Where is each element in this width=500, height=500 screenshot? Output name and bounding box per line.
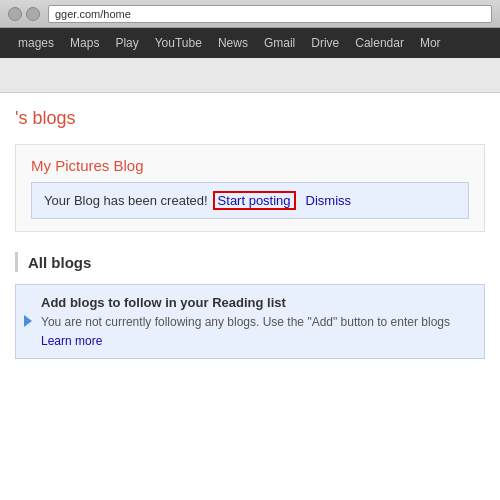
page-title: 's blogs xyxy=(15,103,485,129)
gray-banner xyxy=(0,58,500,93)
blog-title: My Pictures Blog xyxy=(31,157,469,174)
page-content: 's blogs My Pictures Blog Your Blog has … xyxy=(0,58,500,500)
nav-calendar[interactable]: Calendar xyxy=(347,28,412,58)
browser-chrome: gger.com/home xyxy=(0,0,500,28)
nav-youtube[interactable]: YouTube xyxy=(147,28,210,58)
notification-text: Your Blog has been created! xyxy=(44,193,208,208)
nav-images[interactable]: mages xyxy=(10,28,62,58)
all-blogs-divider xyxy=(15,252,18,272)
browser-button[interactable] xyxy=(8,7,22,21)
all-blogs-title: All blogs xyxy=(28,254,91,271)
all-blogs-header: All blogs xyxy=(15,247,485,272)
start-posting-link[interactable]: Start posting xyxy=(213,191,296,210)
google-navbar: mages Maps Play YouTube News Gmail Drive… xyxy=(0,28,500,58)
blog-section: My Pictures Blog Your Blog has been crea… xyxy=(15,144,485,232)
notification-bar: Your Blog has been created! Start postin… xyxy=(31,182,469,219)
nav-gmail[interactable]: Gmail xyxy=(256,28,303,58)
reading-list-description: You are not currently following any blog… xyxy=(41,314,472,331)
browser-controls xyxy=(8,7,40,21)
nav-play[interactable]: Play xyxy=(107,28,146,58)
reading-list-arrow-icon xyxy=(24,315,32,327)
reading-list-panel: Add blogs to follow in your Reading list… xyxy=(15,284,485,359)
reading-list-title: Add blogs to follow in your Reading list xyxy=(41,295,472,310)
nav-more[interactable]: Mor xyxy=(412,28,449,58)
dismiss-link[interactable]: Dismiss xyxy=(306,193,352,208)
browser-button[interactable] xyxy=(26,7,40,21)
main-area: 's blogs My Pictures Blog Your Blog has … xyxy=(0,93,500,369)
nav-maps[interactable]: Maps xyxy=(62,28,107,58)
nav-drive[interactable]: Drive xyxy=(303,28,347,58)
address-bar[interactable]: gger.com/home xyxy=(48,5,492,23)
nav-news[interactable]: News xyxy=(210,28,256,58)
learn-more-link[interactable]: Learn more xyxy=(41,334,472,348)
